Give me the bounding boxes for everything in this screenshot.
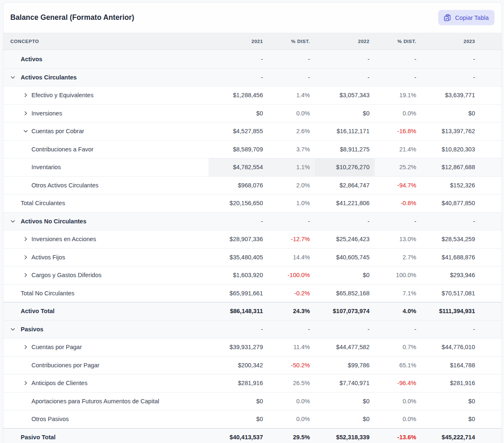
cell-dist-2021[interactable]: 26.5% — [268, 374, 315, 392]
cell-dist-2021[interactable]: 3.7% — [268, 141, 315, 158]
cell-dist-2021[interactable]: -0.2% — [268, 285, 315, 302]
cell-2023[interactable]: - — [421, 50, 480, 68]
cell-dist-2022[interactable]: - — [374, 321, 421, 338]
cell-dist-2022[interactable]: - — [374, 50, 421, 68]
cell-dist-2021[interactable]: - — [268, 69, 315, 86]
cell-2021[interactable]: $0 — [209, 105, 268, 122]
cell-dist-2022[interactable]: 2.7% — [374, 249, 421, 266]
cell-dist-2021[interactable]: - — [268, 321, 315, 338]
cell-2021[interactable]: $28,907,336 — [209, 230, 268, 248]
table-row-total-no-circulantes[interactable]: Total No Circulantes$65,991,661-0.2%$65,… — [3, 284, 502, 302]
cell-2023[interactable]: $13,397,762 — [421, 122, 480, 140]
cell-dist-2022[interactable]: -0.8% — [374, 194, 421, 212]
copy-table-button[interactable]: Copiar Tabla — [438, 10, 494, 25]
cell-2021[interactable]: $20,156,650 — [209, 194, 268, 212]
cell-2022[interactable]: $99,786 — [315, 357, 374, 374]
table-row-otros-activos-circulantes[interactable]: Otros Activos Circulantes$968,0762.0%$2,… — [3, 176, 502, 194]
cell-2022[interactable]: $8,911,275 — [315, 141, 374, 158]
chevron-right-icon[interactable] — [23, 92, 29, 98]
cell-2023[interactable]: $0 — [421, 105, 480, 122]
cell-dist-2022[interactable]: 100.0% — [374, 266, 421, 284]
cell-2023[interactable]: - — [421, 69, 480, 86]
table-row-pasivos[interactable]: Pasivos----- — [3, 320, 502, 338]
cell-2022[interactable]: - — [315, 69, 374, 86]
cell-dist-2022[interactable]: 25.2% — [374, 158, 421, 176]
cell-2023[interactable]: $70,517,081 — [421, 285, 480, 302]
cell-dist-2022[interactable]: 4.0% — [374, 302, 421, 320]
cell-dist-2021[interactable]: 1.0% — [268, 194, 315, 212]
cell-dist-2022[interactable]: - — [374, 69, 421, 86]
cell-dist-2021[interactable]: - — [268, 213, 315, 230]
table-row-activo-total[interactable]: Activo Total$86,148,31124.3%$107,073,974… — [3, 302, 502, 320]
table-row-cuentas-por-pagar[interactable]: Cuentas por Pagar$39,931,27911.4%$44,477… — [3, 338, 502, 356]
cell-2022[interactable]: $107,073,974 — [315, 302, 374, 320]
cell-2022[interactable]: - — [315, 321, 374, 338]
cell-2022[interactable]: $10,276,270 — [315, 158, 374, 176]
table-row-otros-pasivos[interactable]: Otros Pasivos$00.0%$00.0%$0 — [3, 410, 502, 428]
cell-2023[interactable]: $10,820,303 — [421, 141, 480, 158]
table-row-inversiones[interactable]: Inversiones$00.0%$00.0%$0 — [3, 104, 502, 122]
cell-2022[interactable]: $2,864,747 — [315, 177, 374, 194]
table-row-activos-fijos[interactable]: Activos Fijos$35,480,40514.4%$40,605,745… — [3, 248, 502, 266]
cell-dist-2022[interactable]: -96.4% — [374, 374, 421, 392]
cell-2023[interactable]: $40,877,850 — [421, 194, 480, 212]
table-row-activos[interactable]: Activos----- — [3, 50, 502, 68]
cell-dist-2021[interactable]: 0.0% — [268, 410, 315, 428]
cell-dist-2022[interactable]: 7.1% — [374, 285, 421, 302]
cell-2021[interactable]: $35,480,405 — [209, 249, 268, 266]
cell-dist-2022[interactable]: 0.7% — [374, 338, 421, 356]
cell-2023[interactable]: $293,946 — [421, 266, 480, 284]
table-row-anticipos-de-clientes[interactable]: Anticipos de Clientes$281,91626.5%$7,740… — [3, 374, 502, 392]
cell-2021[interactable]: - — [209, 69, 268, 86]
cell-2021[interactable]: - — [209, 321, 268, 338]
cell-dist-2021[interactable]: 24.3% — [268, 302, 315, 320]
table-row-activos-circulantes[interactable]: Activos Circulantes----- — [3, 68, 502, 86]
table-row-pasivo-total[interactable]: Pasivo Total$40,413,53729.5%$52,318,339-… — [3, 428, 502, 443]
table-row-cargos-y-gastos-diferidos[interactable]: Cargos y Gastos Diferidos$1,603,920-100.… — [3, 266, 502, 284]
cell-2021[interactable]: $4,782,554 — [209, 158, 268, 176]
table-row-aportaciones-futuros-aumentos[interactable]: Aportaciones para Futuros Aumentos de Ca… — [3, 392, 502, 410]
cell-2021[interactable]: $40,413,537 — [209, 429, 268, 443]
cell-dist-2022[interactable]: -13.6% — [374, 429, 421, 443]
chevron-right-icon[interactable] — [23, 254, 29, 260]
cell-dist-2021[interactable]: 1.1% — [268, 158, 315, 176]
table-row-inversiones-en-acciones[interactable]: Inversiones en Acciones$28,907,336-12.7%… — [3, 230, 502, 248]
cell-dist-2021[interactable]: 0.0% — [268, 393, 315, 410]
cell-2022[interactable]: $52,318,339 — [315, 429, 374, 443]
cell-2022[interactable]: $25,246,423 — [315, 230, 374, 248]
table-row-activos-no-circulantes[interactable]: Activos No Circulantes----- — [3, 212, 502, 230]
cell-dist-2022[interactable]: 0.0% — [374, 410, 421, 428]
cell-2023[interactable]: $0 — [421, 393, 480, 410]
cell-2023[interactable]: $12,867,688 — [421, 158, 480, 176]
chevron-down-icon[interactable] — [10, 74, 16, 80]
cell-2022[interactable]: $0 — [315, 393, 374, 410]
cell-2023[interactable]: $152,326 — [421, 177, 480, 194]
cell-2021[interactable]: $39,931,279 — [209, 338, 268, 356]
cell-dist-2021[interactable]: 1.4% — [268, 86, 315, 104]
table-row-contribuciones-a-favor[interactable]: Contribuciones a Favor$8,589,7093.7%$8,9… — [3, 140, 502, 158]
cell-2022[interactable]: $0 — [315, 105, 374, 122]
cell-2022[interactable]: $65,852,168 — [315, 285, 374, 302]
cell-2021[interactable]: $968,076 — [209, 177, 268, 194]
cell-2022[interactable]: $44,477,582 — [315, 338, 374, 356]
cell-2022[interactable]: $40,605,745 — [315, 249, 374, 266]
cell-dist-2021[interactable]: 14.4% — [268, 249, 315, 266]
cell-2021[interactable]: - — [209, 50, 268, 68]
chevron-right-icon[interactable] — [23, 272, 29, 278]
cell-2023[interactable]: - — [421, 321, 480, 338]
cell-dist-2022[interactable]: -16.8% — [374, 122, 421, 140]
cell-2022[interactable]: - — [315, 50, 374, 68]
cell-2023[interactable]: $44,776,010 — [421, 338, 480, 356]
table-row-efectivo-y-equivalentes[interactable]: Efectivo y Equivalentes$1,288,4561.4%$3,… — [3, 86, 502, 104]
cell-dist-2022[interactable]: 13.0% — [374, 230, 421, 248]
cell-2022[interactable]: $7,740,971 — [315, 374, 374, 392]
cell-dist-2021[interactable]: 2.6% — [268, 122, 315, 140]
cell-2022[interactable]: $3,057,343 — [315, 86, 374, 104]
cell-2023[interactable]: $28,534,259 — [421, 230, 480, 248]
cell-dist-2021[interactable]: 2.0% — [268, 177, 315, 194]
cell-2023[interactable]: $41,688,876 — [421, 249, 480, 266]
cell-dist-2022[interactable]: - — [374, 213, 421, 230]
cell-2021[interactable]: - — [209, 213, 268, 230]
chevron-right-icon[interactable] — [23, 344, 29, 350]
cell-2022[interactable]: - — [315, 213, 374, 230]
